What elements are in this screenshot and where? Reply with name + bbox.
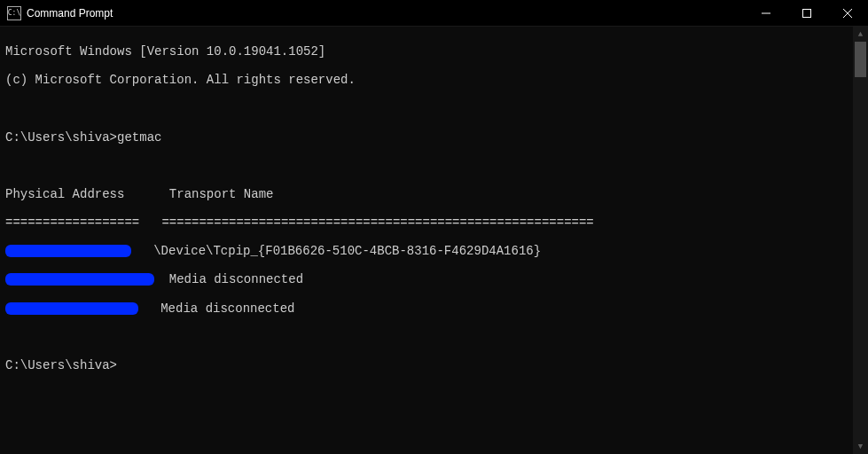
close-button[interactable] bbox=[827, 0, 868, 26]
rule-line: ========================================… bbox=[161, 215, 593, 230]
redacted-mac bbox=[5, 245, 131, 257]
cmd-icon: C:\ bbox=[7, 6, 21, 20]
maximize-button[interactable] bbox=[786, 0, 827, 26]
vertical-scrollbar[interactable]: ▲ ▼ bbox=[853, 27, 868, 454]
scrollbar-thumb[interactable] bbox=[855, 42, 866, 77]
prompt-path: C:\Users\shiva> bbox=[5, 130, 117, 145]
redacted-mac bbox=[5, 302, 138, 315]
redacted-mac bbox=[5, 273, 154, 286]
transport-name: Media disconnected bbox=[169, 272, 303, 286]
window-title: Command Prompt bbox=[27, 7, 746, 20]
command-text: getmac bbox=[117, 130, 161, 145]
scroll-up-arrow[interactable]: ▲ bbox=[853, 27, 868, 42]
scroll-down-arrow[interactable]: ▼ bbox=[853, 439, 868, 454]
col-header-transport: Transport Name bbox=[169, 187, 274, 201]
terminal-output[interactable]: Microsoft Windows [Version 10.0.19041.10… bbox=[0, 27, 868, 454]
rule-line: ================== bbox=[5, 215, 139, 230]
transport-name: Media disconnected bbox=[160, 301, 294, 316]
copyright-text: (c) Microsoft Corporation. All rights re… bbox=[5, 73, 356, 87]
prompt-path: C:\Users\shiva> bbox=[5, 358, 117, 372]
minimize-button[interactable] bbox=[746, 0, 786, 26]
banner-text: Microsoft Windows [Version 10.0.19041.10… bbox=[5, 44, 325, 59]
col-header-physical: Physical Address bbox=[5, 187, 124, 201]
window-controls bbox=[746, 0, 868, 26]
svg-rect-1 bbox=[803, 9, 811, 17]
transport-name: \Device\Tcpip_{F01B6626-510C-4BCB-8316-F… bbox=[153, 244, 541, 258]
titlebar[interactable]: C:\ Command Prompt bbox=[0, 0, 868, 27]
